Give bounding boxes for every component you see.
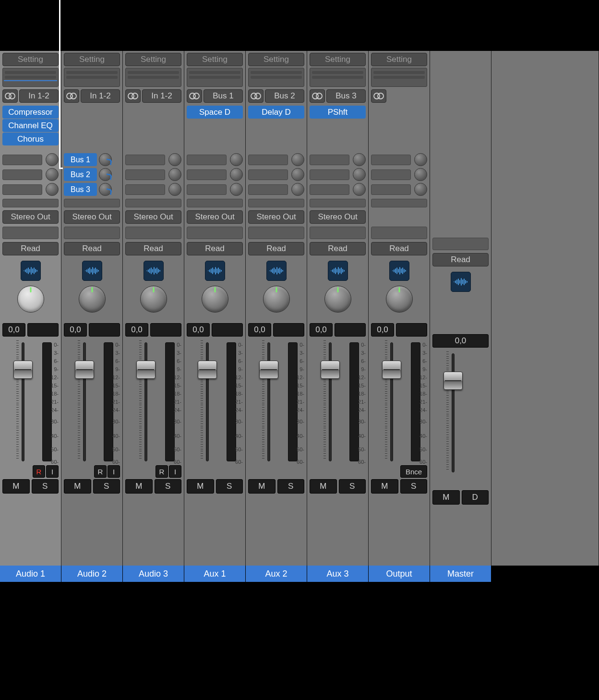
solo-button[interactable]: S: [277, 479, 305, 494]
send-knob[interactable]: [353, 183, 366, 196]
peak-value[interactable]: [335, 323, 366, 337]
stereo-icon[interactable]: [248, 89, 264, 103]
track-icon-button[interactable]: [389, 261, 409, 281]
pan-knob[interactable]: [386, 286, 413, 313]
eq-thumbnail[interactable]: [64, 68, 120, 87]
stereo-icon[interactable]: [187, 89, 202, 103]
automation-mode[interactable]: Read: [2, 242, 59, 255]
send-knob[interactable]: [353, 168, 366, 181]
peak-value[interactable]: [27, 323, 59, 337]
send-slot-empty[interactable]: [248, 169, 288, 180]
send-knob[interactable]: [46, 183, 59, 196]
pan-value[interactable]: 0,0: [125, 323, 148, 337]
channel-name[interactable]: Aux 3: [307, 566, 369, 582]
fader-cap[interactable]: [75, 361, 94, 379]
insert-slot[interactable]: Channel EQ: [2, 119, 59, 132]
group-slot[interactable]: [248, 227, 304, 239]
send-knob[interactable]: [353, 153, 366, 166]
mute-button[interactable]: M: [310, 479, 337, 494]
send-slot-empty[interactable]: [371, 155, 411, 165]
send-slot-empty[interactable]: [2, 184, 42, 195]
send-knob[interactable]: [168, 183, 181, 196]
pan-value[interactable]: 0,0: [371, 323, 394, 337]
group-slot[interactable]: [64, 227, 120, 239]
fader-cap[interactable]: [382, 361, 401, 379]
peak-value[interactable]: [396, 323, 427, 337]
send-extra-slot[interactable]: [125, 199, 181, 207]
mute-button[interactable]: M: [371, 479, 398, 494]
send-knob[interactable]: [291, 183, 304, 196]
pan-knob[interactable]: [17, 286, 44, 313]
setting-button[interactable]: Setting: [2, 53, 59, 66]
pan-knob[interactable]: [324, 286, 351, 313]
send-knob[interactable]: [99, 183, 112, 196]
send-slot-empty[interactable]: [2, 155, 42, 165]
automation-mode[interactable]: Read: [64, 242, 120, 255]
send-knob[interactable]: [230, 153, 243, 166]
input-monitor[interactable]: I: [169, 465, 181, 478]
send-slot-empty[interactable]: [187, 184, 227, 195]
channel-name[interactable]: Aux 1: [184, 566, 246, 582]
stereo-icon[interactable]: [2, 89, 18, 103]
send-slot-empty[interactable]: [125, 155, 165, 165]
send-knob[interactable]: [414, 153, 427, 166]
send-label[interactable]: Bus 3: [64, 183, 97, 196]
automation-mode[interactable]: Read: [187, 242, 243, 255]
send-label[interactable]: Bus 2: [64, 168, 97, 181]
track-icon-button[interactable]: [21, 261, 41, 281]
channel-name[interactable]: Audio 2: [61, 566, 123, 582]
send-slot-empty[interactable]: [187, 155, 227, 165]
eq-thumbnail[interactable]: [2, 68, 59, 87]
setting-button[interactable]: Setting: [64, 53, 120, 66]
send-extra-slot[interactable]: [64, 199, 120, 207]
track-icon-button[interactable]: [266, 261, 287, 281]
send-knob[interactable]: [291, 168, 304, 181]
eq-thumbnail[interactable]: [187, 68, 243, 87]
send-slot-empty[interactable]: [187, 169, 227, 180]
send-knob[interactable]: [168, 153, 181, 166]
channel-name[interactable]: Audio 3: [123, 566, 184, 582]
mute-button[interactable]: M: [125, 479, 153, 494]
send-slot-empty[interactable]: [248, 184, 288, 195]
stereo-icon[interactable]: [371, 89, 386, 103]
solo-button[interactable]: S: [93, 479, 120, 494]
send-extra-slot[interactable]: [310, 199, 366, 207]
setting-button[interactable]: Setting: [371, 53, 427, 66]
solo-button[interactable]: S: [400, 479, 428, 494]
group-slot[interactable]: [432, 238, 489, 250]
dim-button[interactable]: D: [462, 490, 489, 505]
group-slot[interactable]: [2, 227, 59, 239]
track-icon-button[interactable]: [328, 261, 348, 281]
fader-cap[interactable]: [13, 361, 33, 379]
mute-button[interactable]: M: [248, 479, 276, 494]
input-slot[interactable]: Bus 3: [326, 89, 366, 103]
track-icon-button[interactable]: [144, 261, 164, 281]
input-slot[interactable]: In 1-2: [19, 89, 59, 103]
insert-slot[interactable]: Compressor: [2, 106, 59, 119]
track-icon-button[interactable]: [82, 261, 102, 281]
output-slot[interactable]: Stereo Out: [310, 210, 366, 224]
solo-button[interactable]: S: [32, 479, 59, 494]
send-label[interactable]: Bus 1: [64, 153, 97, 166]
input-monitor[interactable]: I: [46, 465, 59, 478]
peak-value[interactable]: [150, 323, 181, 337]
mute-button[interactable]: M: [432, 490, 460, 505]
automation-mode[interactable]: Read: [310, 242, 366, 255]
pan-value[interactable]: 0,0: [187, 323, 210, 337]
send-slot-empty[interactable]: [248, 155, 288, 165]
fader-cap[interactable]: [259, 361, 278, 379]
solo-button[interactable]: S: [216, 479, 243, 494]
group-slot[interactable]: [187, 227, 243, 239]
gain-value[interactable]: 0,0: [432, 334, 489, 348]
channel-name[interactable]: Aux 2: [246, 566, 307, 582]
pan-knob[interactable]: [202, 286, 228, 313]
input-slot[interactable]: Bus 2: [265, 89, 304, 103]
stereo-icon[interactable]: [310, 89, 325, 103]
insert-slot[interactable]: PShft: [310, 106, 366, 119]
setting-button[interactable]: Setting: [125, 53, 181, 66]
fader-cap[interactable]: [136, 361, 156, 379]
channel-name[interactable]: Audio 1: [0, 566, 61, 582]
send-knob[interactable]: [230, 183, 243, 196]
output-slot[interactable]: Stereo Out: [187, 210, 243, 224]
send-knob[interactable]: [414, 183, 427, 196]
